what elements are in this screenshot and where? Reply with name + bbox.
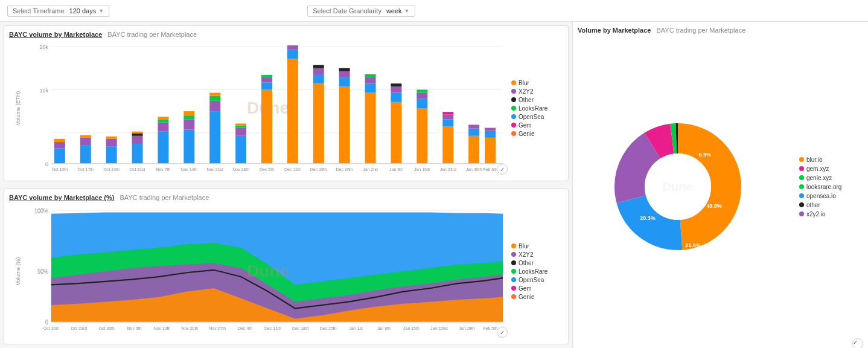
svg-text:Dec 4th: Dec 4th — [238, 326, 252, 332]
donut-svg: 6.9% 20.3% 48.8% 21.9% — [599, 108, 756, 265]
area-svg-area: Dune 100% 50% 0 — [27, 204, 509, 339]
legend-label: OpenSea — [519, 114, 544, 120]
donut-legend-label: opensea.io — [806, 193, 836, 199]
area-chart-area: Volume (%) Dune 100% 50% 0 — [9, 204, 563, 339]
svg-rect-9 — [54, 139, 65, 142]
svg-rect-7 — [54, 148, 65, 163]
svg-text:Jan 8th: Jan 8th — [377, 326, 391, 332]
donut-check[interactable]: ✓ — [852, 338, 863, 348]
svg-rect-58 — [391, 83, 401, 86]
svg-text:Nov 27th: Nov 27th — [209, 326, 226, 332]
bar-chart-check[interactable]: ✓ — [497, 164, 508, 175]
svg-rect-38 — [261, 77, 272, 82]
svg-text:Dec 25th: Dec 25th — [320, 326, 337, 332]
svg-rect-67 — [468, 136, 479, 164]
legend-label: LooksRare — [519, 105, 547, 112]
svg-rect-25 — [183, 119, 194, 129]
bar-svg-area: Dune 20k 10k 0 — [27, 40, 509, 176]
area-chart-title: BAYC volume by Marketplace (%) BAYC trad… — [9, 194, 563, 201]
svg-text:0: 0 — [45, 319, 48, 326]
legend-dot — [511, 97, 516, 102]
svg-rect-61 — [416, 93, 427, 99]
donut-label-opensea: 21.9% — [685, 242, 701, 248]
timeframe-select[interactable]: Select Timeframe 120 days ▼ — [7, 5, 109, 17]
svg-text:Dec 5th: Dec 5th — [260, 167, 274, 172]
legend-label: Blur — [519, 243, 529, 250]
svg-rect-33 — [235, 128, 246, 136]
donut-legend-item: blur.io — [799, 156, 841, 163]
svg-rect-72 — [485, 128, 496, 131]
svg-text:Jan 9th: Jan 9th — [389, 167, 403, 172]
svg-text:Dec 26th: Dec 26th — [336, 167, 353, 172]
svg-rect-51 — [365, 93, 376, 164]
svg-rect-24 — [183, 130, 194, 164]
svg-text:Dec 11th: Dec 11th — [264, 326, 281, 332]
svg-rect-52 — [365, 83, 376, 92]
legend-dot — [511, 252, 516, 257]
svg-rect-57 — [391, 86, 401, 92]
svg-rect-45 — [313, 68, 324, 74]
svg-text:Oct 24th: Oct 24th — [103, 167, 119, 172]
svg-rect-48 — [339, 77, 350, 86]
svg-rect-42 — [287, 45, 298, 50]
donut-chart-title-row: Volume by Marketplace BAYC trading per M… — [578, 27, 863, 34]
legend-item: Gem — [511, 122, 563, 129]
donut-legend-item: x2y2.io — [799, 211, 841, 218]
svg-text:Feb 6th: Feb 6th — [483, 167, 497, 172]
svg-text:Oct 10th: Oct 10th — [52, 167, 68, 172]
svg-rect-50 — [339, 68, 350, 71]
svg-text:100%: 100% — [34, 207, 48, 214]
donut-legend-dot — [799, 166, 804, 171]
svg-rect-34 — [235, 126, 246, 128]
area-y-label: Volume (%) — [15, 257, 21, 286]
legend-dot — [511, 260, 516, 265]
legend-label: Genie — [519, 294, 535, 300]
bar-chart-svg: 20k 10k 0 — [27, 40, 509, 176]
donut-label-blur: 48.8% — [706, 203, 722, 209]
legend-label: OpenSea — [519, 277, 544, 283]
svg-rect-12 — [80, 135, 91, 138]
area-chart-card: BAYC volume by Marketplace (%) BAYC trad… — [4, 188, 569, 344]
legend-label: X2Y2 — [519, 251, 533, 258]
donut-chart-panel: Volume by Marketplace BAYC trading per M… — [572, 22, 868, 348]
svg-text:0: 0 — [45, 161, 48, 167]
svg-text:Nov 13th: Nov 13th — [153, 326, 170, 332]
donut-title-main: Volume by Marketplace — [578, 27, 651, 34]
svg-rect-41 — [287, 50, 298, 59]
bar-chart-legend: BlurX2Y2OtherLooksRareOpenSeaGemGenie — [509, 40, 563, 176]
granularity-select[interactable]: Select Date Granularity week ▼ — [307, 5, 415, 17]
svg-rect-35 — [235, 123, 246, 125]
left-panel: BAYC volume by Marketplace BAYC trading … — [0, 22, 572, 348]
legend-dot — [511, 243, 516, 248]
svg-text:Jan 29th: Jan 29th — [459, 326, 475, 332]
legend-item: Genie — [511, 294, 563, 300]
svg-text:Nov 7th: Nov 7th — [156, 167, 170, 172]
bar-chart-subtitle: BAYC trading per Marketplace — [107, 31, 197, 38]
donut-legend-item: opensea.io — [799, 193, 841, 199]
donut-legend-label: x2y2.io — [806, 211, 826, 218]
legend-item: Gem — [511, 285, 563, 292]
area-chart-check[interactable]: ✓ — [497, 327, 508, 338]
area-chart-svg: 100% 50% 0 — [27, 204, 509, 339]
legend-dot — [511, 277, 516, 282]
svg-rect-32 — [235, 136, 246, 164]
svg-rect-30 — [209, 96, 220, 101]
timeframe-value: 120 days — [69, 7, 97, 14]
svg-rect-28 — [209, 111, 220, 164]
svg-rect-49 — [339, 71, 350, 77]
svg-text:Nov 6th: Nov 6th — [127, 326, 142, 332]
svg-rect-54 — [365, 74, 376, 77]
legend-dot — [511, 294, 516, 299]
bar-chart-area: Volume (ETH) Dune 20k 10k 0 — [9, 40, 563, 176]
area-chart-legend: BlurX2Y2OtherLooksRareOpenSeaGemGenie — [509, 204, 563, 339]
svg-text:20k: 20k — [39, 44, 48, 50]
svg-text:Dec 12th: Dec 12th — [284, 167, 301, 172]
granularity-arrow: ▼ — [404, 8, 410, 14]
donut-chart-area: Dune — [578, 37, 863, 336]
svg-rect-71 — [485, 131, 496, 138]
svg-rect-27 — [183, 111, 194, 115]
donut-legend-dot — [799, 157, 804, 162]
svg-point-126 — [645, 153, 711, 220]
svg-rect-66 — [442, 112, 453, 114]
legend-label: Blur — [519, 80, 529, 86]
